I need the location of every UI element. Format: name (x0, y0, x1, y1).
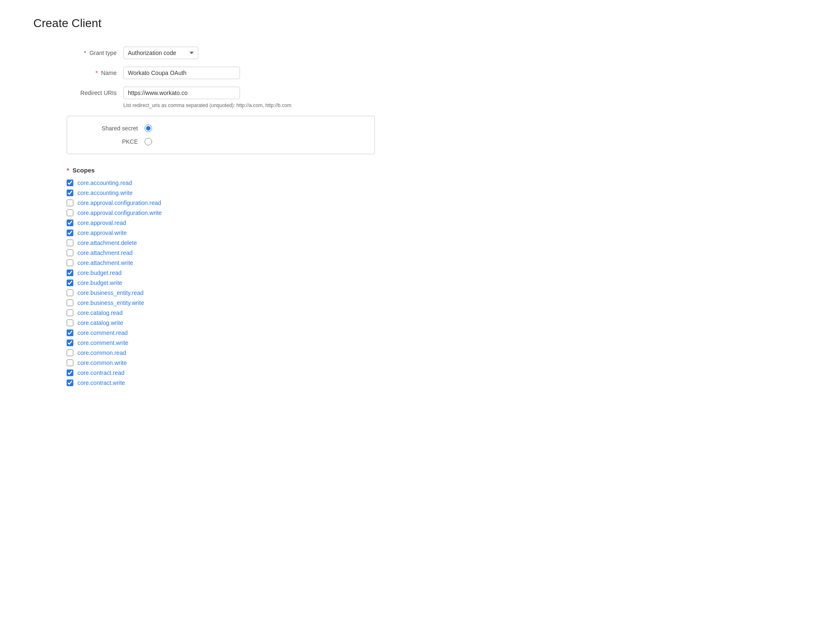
redirect-uris-input[interactable] (123, 87, 240, 99)
scope-checkbox-core.accounting.write[interactable] (67, 190, 73, 196)
scope-checkbox-core.attachment.write[interactable] (67, 260, 73, 266)
scope-checkbox-core.business_entity.read[interactable] (67, 290, 73, 296)
grant-type-group: * Grant type Authorization code Client c… (33, 47, 383, 59)
scope-checkbox-core.approval.configuration.write[interactable] (67, 210, 73, 216)
scope-checkbox-core.common.read[interactable] (67, 349, 73, 356)
redirect-hint: List redirect_uris as comma separated (u… (123, 102, 383, 108)
scope-label-core.approval.configuration.write[interactable]: core.approval.configuration.write (77, 210, 162, 216)
scope-checkbox-core.attachment.delete[interactable] (67, 240, 73, 246)
shared-secret-label: Shared secret (80, 125, 138, 132)
scope-checkbox-core.budget.write[interactable] (67, 280, 73, 286)
scope-item: core.business_entity.write (67, 300, 383, 306)
scope-checkbox-core.contract.read[interactable] (67, 369, 73, 376)
scope-label-core.common.read[interactable]: core.common.read (77, 349, 126, 356)
shared-secret-radio[interactable] (145, 125, 152, 132)
scope-item: core.comment.write (67, 339, 383, 346)
scope-item: core.attachment.read (67, 250, 383, 256)
shared-secret-row: Shared secret (80, 125, 362, 132)
scope-checkbox-core.business_entity.write[interactable] (67, 300, 73, 306)
scope-checkbox-core.approval.write[interactable] (67, 230, 73, 236)
scope-label-core.comment.read[interactable]: core.comment.read (77, 329, 128, 336)
scope-checkbox-core.approval.configuration.read[interactable] (67, 200, 73, 206)
scope-label-core.attachment.write[interactable]: core.attachment.write (77, 260, 133, 266)
scope-item: core.contract.read (67, 369, 383, 376)
scope-label-core.business_entity.write[interactable]: core.business_entity.write (77, 300, 144, 306)
grant-type-select[interactable]: Authorization code Client credentials Pa… (123, 47, 198, 59)
scope-checkbox-core.contract.write[interactable] (67, 379, 73, 386)
scope-label-core.approval.read[interactable]: core.approval.read (77, 220, 126, 226)
scope-checkbox-core.comment.read[interactable] (67, 329, 73, 336)
scopes-section: * Scopes core.accounting.readcore.accoun… (67, 167, 383, 386)
scopes-required-marker: * (67, 167, 69, 174)
scope-label-core.comment.write[interactable]: core.comment.write (77, 339, 128, 346)
grant-type-label: * Grant type (33, 50, 117, 56)
page-title: Create Client (33, 17, 383, 30)
scope-item: core.budget.read (67, 270, 383, 276)
scope-label-core.attachment.read[interactable]: core.attachment.read (77, 250, 132, 256)
scope-item: core.catalog.read (67, 310, 383, 316)
scope-item: core.common.write (67, 359, 383, 366)
scope-checkbox-core.catalog.read[interactable] (67, 310, 73, 316)
scope-label-core.contract.read[interactable]: core.contract.read (77, 369, 125, 376)
scope-label-core.catalog.write[interactable]: core.catalog.write (77, 320, 123, 326)
redirect-uris-group: Redirect URIs (33, 87, 383, 99)
scope-checkbox-core.catalog.write[interactable] (67, 320, 73, 326)
redirect-uris-label: Redirect URIs (33, 90, 117, 96)
secret-section: Shared secret PKCE (67, 116, 375, 154)
scope-item: core.catalog.write (67, 320, 383, 326)
page-container: Create Client * Grant type Authorization… (0, 0, 417, 406)
scope-label-core.accounting.write[interactable]: core.accounting.write (77, 190, 132, 196)
name-group: * Name (33, 67, 383, 79)
scope-label-core.approval.configuration.read[interactable]: core.approval.configuration.read (77, 200, 161, 206)
pkce-radio[interactable] (145, 138, 152, 145)
scope-checkbox-core.accounting.read[interactable] (67, 180, 73, 186)
scope-label-core.contract.write[interactable]: core.contract.write (77, 379, 125, 386)
pkce-label: PKCE (80, 138, 138, 145)
scope-item: core.common.read (67, 349, 383, 356)
scopes-list: core.accounting.readcore.accounting.writ… (67, 180, 383, 386)
scope-checkbox-core.common.write[interactable] (67, 359, 73, 366)
scope-item: core.approval.configuration.write (67, 210, 383, 216)
scope-label-core.accounting.read[interactable]: core.accounting.read (77, 180, 132, 186)
name-input[interactable] (123, 67, 240, 79)
scope-label-core.approval.write[interactable]: core.approval.write (77, 230, 127, 236)
scope-item: core.business_entity.read (67, 290, 383, 296)
scope-label-core.budget.read[interactable]: core.budget.read (77, 270, 122, 276)
scope-label-core.budget.write[interactable]: core.budget.write (77, 280, 122, 286)
scope-label-core.common.write[interactable]: core.common.write (77, 359, 127, 366)
scopes-title: * Scopes (67, 167, 383, 174)
grant-type-required-marker: * (84, 50, 86, 56)
scope-item: core.approval.read (67, 220, 383, 226)
scope-checkbox-core.approval.read[interactable] (67, 220, 73, 226)
scope-item: core.contract.write (67, 379, 383, 386)
scope-item: core.attachment.write (67, 260, 383, 266)
scope-label-core.attachment.delete[interactable]: core.attachment.delete (77, 240, 137, 246)
name-required-marker: * (95, 70, 97, 76)
scope-item: core.approval.write (67, 230, 383, 236)
scope-checkbox-core.comment.write[interactable] (67, 339, 73, 346)
scope-item: core.attachment.delete (67, 240, 383, 246)
name-label: * Name (33, 70, 117, 76)
scope-label-core.business_entity.read[interactable]: core.business_entity.read (77, 290, 144, 296)
scope-item: core.approval.configuration.read (67, 200, 383, 206)
pkce-row: PKCE (80, 138, 362, 145)
scope-item: core.budget.write (67, 280, 383, 286)
scope-label-core.catalog.read[interactable]: core.catalog.read (77, 310, 122, 316)
scope-checkbox-core.budget.read[interactable] (67, 270, 73, 276)
scope-item: core.accounting.write (67, 190, 383, 196)
scope-item: core.accounting.read (67, 180, 383, 186)
scope-checkbox-core.attachment.read[interactable] (67, 250, 73, 256)
scope-item: core.comment.read (67, 329, 383, 336)
